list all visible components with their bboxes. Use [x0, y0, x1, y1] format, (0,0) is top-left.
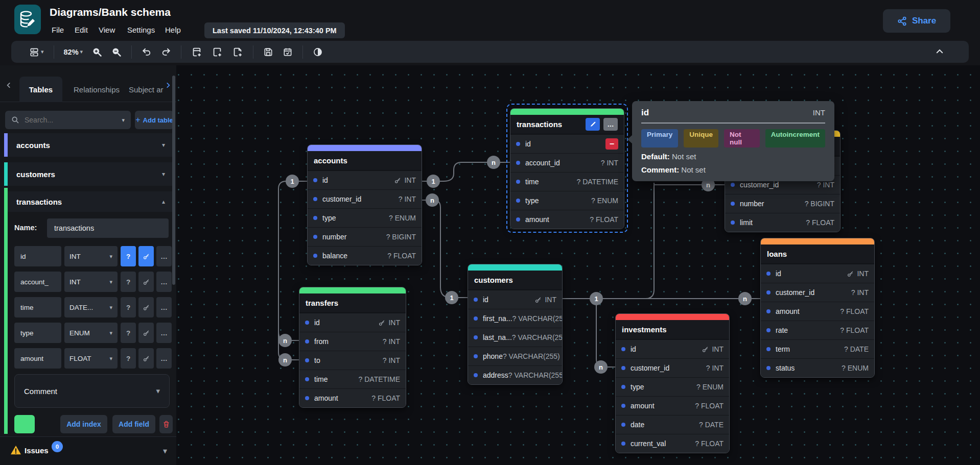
add-field-button[interactable]: Add field	[112, 415, 155, 433]
zoom-level-dropdown[interactable]: 82% ▾	[64, 48, 83, 56]
primary-key-button[interactable]	[138, 246, 154, 266]
add-note-tool-button[interactable]	[232, 46, 243, 58]
table-field-row[interactable]: address? VARCHAR(255)	[468, 365, 562, 384]
table-field-row[interactable]: idINT	[761, 264, 874, 283]
remove-field-button[interactable]: −	[605, 138, 618, 150]
table-field-row[interactable]: current_val? FLOAT	[616, 434, 729, 453]
nullable-toggle-button[interactable]: ?	[121, 272, 136, 292]
field-name-input[interactable]: amount	[14, 348, 61, 369]
save-button[interactable]	[263, 47, 273, 57]
comment-collapsible[interactable]: Comment ▾	[14, 374, 170, 408]
table-field-row[interactable]: last_na...? VARCHAR(255)	[468, 328, 562, 347]
table-field-row[interactable]: phone? VARCHAR(255)	[468, 347, 562, 365]
field-name-input[interactable]: time	[14, 297, 61, 317]
sidebar-scrollbar[interactable]	[172, 76, 175, 285]
field-name-input[interactable]: account_	[14, 272, 61, 292]
sidebar-table-row-transactions[interactable]: transactions▴	[4, 191, 172, 212]
app-logo-icon[interactable]	[14, 5, 41, 34]
canvas-table-transfers[interactable]: transfersidINTfrom? INTto? INTtime? DATE…	[299, 287, 406, 408]
table-field-row[interactable]: amount? FLOAT	[299, 388, 406, 407]
tabs-scroll-left-button[interactable]	[5, 82, 12, 89]
table-field-row[interactable]: idINT	[308, 170, 422, 189]
field-type-dropdown[interactable]: FLOAT▾	[64, 348, 118, 369]
menu-view[interactable]: View	[96, 23, 118, 36]
table-search[interactable]: ▾	[5, 111, 131, 129]
table-field-row[interactable]: id−	[510, 134, 624, 153]
primary-key-button[interactable]	[138, 348, 154, 369]
table-field-row[interactable]: type? ENUM	[616, 377, 729, 396]
table-field-row[interactable]: customer_id? INT	[761, 283, 874, 302]
nullable-toggle-button[interactable]: ?	[121, 323, 136, 343]
field-name-input[interactable]: id	[14, 246, 61, 266]
chevron-down-icon[interactable]: ▾	[162, 170, 165, 178]
table-field-row[interactable]: customer_id? INT	[616, 358, 729, 377]
undo-button[interactable]	[142, 47, 152, 57]
field-type-dropdown[interactable]: DATE...▾	[64, 297, 118, 317]
tab-tables[interactable]: Tables	[19, 77, 62, 102]
table-field-row[interactable]: amount? FLOAT	[761, 302, 874, 321]
table-field-row[interactable]: number? BIGINT	[725, 194, 840, 213]
table-field-row[interactable]: limit? FLOAT	[725, 213, 840, 232]
canvas-table-transactions[interactable]: transactions…id−account_id? INTtime? DAT…	[510, 108, 624, 229]
field-more-button[interactable]: …	[156, 348, 172, 369]
table-field-row[interactable]: time? DATETIME	[299, 370, 406, 388]
canvas-table-loans[interactable]: loansidINTcustomer_id? INTamount? FLOATr…	[760, 238, 875, 378]
todo-button[interactable]	[283, 47, 293, 57]
table-field-row[interactable]: type? ENUM	[510, 191, 624, 210]
edit-table-button[interactable]	[586, 118, 600, 131]
tab-relationships[interactable]: Relationships	[66, 77, 127, 102]
canvas-table-investments[interactable]: investmentsidINTcustomer_id? INTtype? EN…	[615, 313, 730, 453]
table-field-row[interactable]: from? INT	[299, 332, 406, 351]
nullable-toggle-button[interactable]: ?	[121, 348, 136, 369]
menu-settings[interactable]: Settings	[124, 23, 158, 36]
add-table-button[interactable]: + Add table	[135, 111, 174, 129]
toolbar-collapse-button[interactable]	[935, 47, 944, 56]
table-field-row[interactable]: to? INT	[299, 351, 406, 370]
share-button[interactable]: Share	[883, 9, 950, 33]
table-field-row[interactable]: date? DATE	[616, 415, 729, 434]
field-more-button[interactable]: …	[156, 297, 172, 317]
field-name-input[interactable]: type	[14, 323, 61, 343]
table-field-row[interactable]: amount? FLOAT	[510, 210, 624, 229]
nullable-toggle-button[interactable]: ?	[121, 297, 136, 317]
table-field-row[interactable]: number? BIGINT	[308, 227, 422, 246]
zoom-out-button[interactable]	[111, 47, 122, 57]
primary-key-button[interactable]	[138, 297, 154, 317]
table-field-row[interactable]: idINT	[299, 313, 406, 332]
primary-key-button[interactable]	[138, 323, 154, 343]
table-field-row[interactable]: balance? FLOAT	[308, 246, 422, 265]
add-area-tool-button[interactable]	[212, 46, 223, 58]
nullable-toggle-button[interactable]: ?	[121, 246, 136, 266]
table-field-row[interactable]: time? DATETIME	[510, 172, 624, 191]
field-type-dropdown[interactable]: INT▾	[64, 246, 118, 266]
table-field-row[interactable]: first_na...? VARCHAR(255)	[468, 309, 562, 328]
table-name-input[interactable]	[47, 218, 169, 238]
table-field-row[interactable]: idINT	[468, 290, 562, 309]
table-field-row[interactable]: term? DATE	[761, 339, 874, 358]
table-field-row[interactable]: amount? FLOAT	[616, 396, 729, 415]
table-field-row[interactable]: status? ENUM	[761, 358, 874, 377]
table-more-button[interactable]: …	[603, 118, 618, 131]
field-type-dropdown[interactable]: INT▾	[64, 272, 118, 292]
primary-key-button[interactable]	[138, 272, 154, 292]
menu-file[interactable]: File	[49, 23, 67, 36]
zoom-in-button[interactable]	[92, 47, 102, 57]
canvas-table-customers[interactable]: customersidINTfirst_na...? VARCHAR(255)l…	[468, 264, 563, 385]
table-color-swatch[interactable]	[14, 415, 35, 433]
table-field-row[interactable]: idINT	[616, 339, 729, 358]
table-field-row[interactable]: account_id? INT	[510, 153, 624, 172]
menu-edit[interactable]: Edit	[72, 23, 91, 36]
table-field-row[interactable]: type? ENUM	[308, 208, 422, 227]
field-type-dropdown[interactable]: ENUM▾	[64, 323, 118, 343]
chevron-down-icon[interactable]: ▾	[162, 141, 165, 149]
tabs-scroll-right-button[interactable]	[165, 82, 172, 89]
tab-subject-areas[interactable]: Subject ar	[129, 77, 164, 102]
sidebar-table-row-customers[interactable]: customers▾	[4, 162, 172, 186]
theme-toggle-button[interactable]	[313, 47, 323, 57]
add-index-button[interactable]: Add index	[60, 415, 107, 433]
search-input[interactable]	[25, 116, 106, 124]
field-more-button[interactable]: …	[156, 323, 172, 343]
canvas-table-accounts[interactable]: accountsidINTcustomer_id? INTtype? ENUMn…	[307, 144, 422, 265]
table-field-row[interactable]: customer_id? INT	[308, 189, 422, 208]
issues-bar[interactable]: Issues 0 ▾	[0, 436, 176, 465]
